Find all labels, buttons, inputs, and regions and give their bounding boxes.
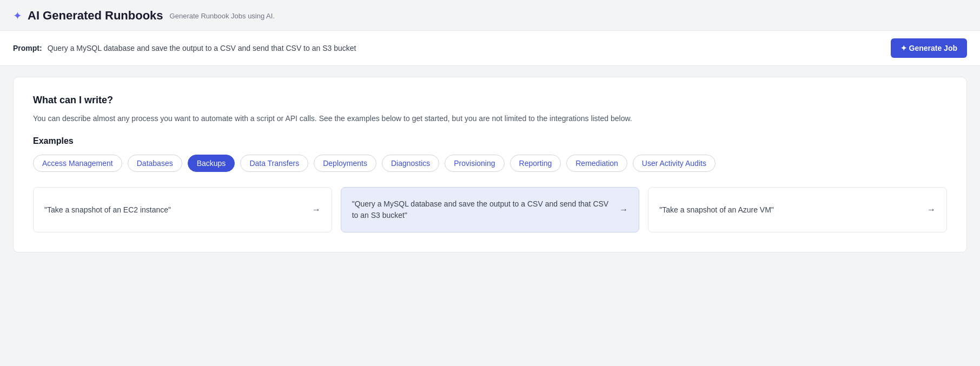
- tag-diagnostics[interactable]: Diagnostics: [382, 155, 439, 172]
- main-content: What can I write? You can describe almos…: [0, 66, 980, 263]
- page-subtitle: Generate Runbook Jobs using AI.: [170, 12, 275, 20]
- examples-title: Examples: [33, 136, 947, 146]
- tag-data-transfers[interactable]: Data Transfers: [240, 155, 308, 172]
- arrow-icon: →: [927, 205, 936, 215]
- prompt-input[interactable]: [48, 44, 891, 52]
- example-text: "Take a snapshot of an EC2 instance": [44, 204, 307, 216]
- tag-user-activity-audits[interactable]: User Activity Audits: [633, 155, 716, 172]
- example-text: "Take a snapshot of an Azure VM": [659, 204, 922, 216]
- tag-access-management[interactable]: Access Management: [33, 155, 122, 172]
- tag-databases[interactable]: Databases: [128, 155, 182, 172]
- examples-grid: "Take a snapshot of an EC2 instance"→"Qu…: [33, 187, 947, 232]
- ai-icon: ✦: [13, 9, 22, 22]
- example-card[interactable]: "Take a snapshot of an Azure VM"→: [648, 187, 947, 232]
- prompt-label: Prompt:: [13, 44, 42, 52]
- example-card[interactable]: "Query a MySQL database and save the out…: [341, 187, 640, 232]
- generate-job-button[interactable]: ✦ Generate Job: [891, 38, 967, 58]
- tag-reporting[interactable]: Reporting: [510, 155, 561, 172]
- page-title-text: AI Generated Runbooks: [28, 9, 163, 23]
- tag-provisioning[interactable]: Provisioning: [445, 155, 504, 172]
- example-text: "Query a MySQL database and save the out…: [352, 198, 614, 221]
- what-description: You can describe almost any process you …: [33, 112, 947, 124]
- tag-backups[interactable]: Backups: [188, 155, 235, 172]
- prompt-bar: Prompt: ✦ Generate Job: [0, 30, 980, 66]
- example-card[interactable]: "Take a snapshot of an EC2 instance"→: [33, 187, 332, 232]
- page-header: ✦ AI Generated Runbooks Generate Runbook…: [0, 0, 980, 30]
- tag-deployments[interactable]: Deployments: [314, 155, 376, 172]
- content-card: What can I write? You can describe almos…: [13, 77, 967, 252]
- tags-row: Access ManagementDatabasesBackupsData Tr…: [33, 155, 947, 172]
- tag-remediation[interactable]: Remediation: [566, 155, 627, 172]
- page-title: AI Generated Runbooks Generate Runbook J…: [28, 9, 275, 23]
- arrow-icon: →: [312, 205, 321, 215]
- arrow-icon: →: [619, 205, 628, 215]
- what-can-i-write-title: What can I write?: [33, 95, 947, 106]
